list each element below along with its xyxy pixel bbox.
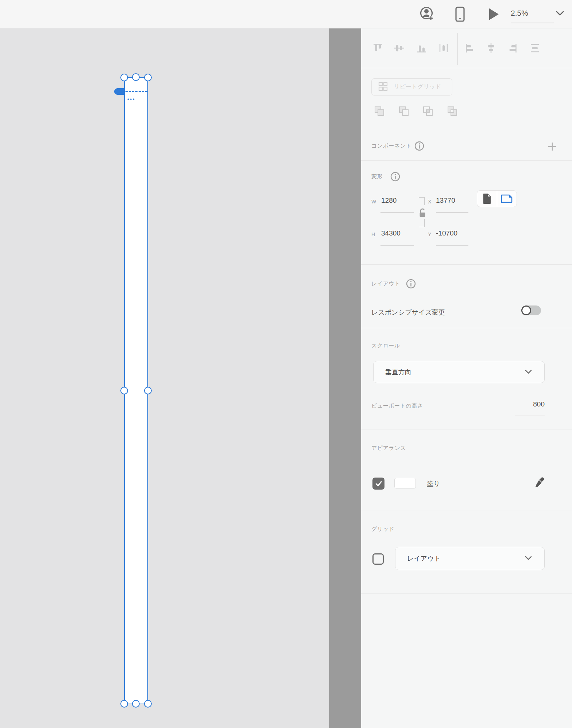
align-right-icon[interactable]: [506, 42, 519, 56]
artboard-scroll-tab[interactable]: [114, 88, 125, 95]
zoom-chevron-down-icon[interactable]: [556, 11, 564, 17]
eyedropper-icon[interactable]: [533, 476, 546, 490]
add-user-icon[interactable]: [419, 5, 435, 24]
section-transform: 変形 W X H Y: [361, 161, 572, 265]
landscape-page-icon: [501, 194, 513, 203]
viewport-height-input[interactable]: [515, 400, 545, 408]
toggle-knob: [521, 305, 531, 315]
orientation-segmented-control: [477, 190, 517, 207]
height-field-label: H: [371, 231, 375, 237]
component-section-label: コンポーネント: [371, 143, 412, 149]
grid-type-value: レイアウト: [407, 554, 441, 563]
checkmark-icon: [374, 479, 383, 488]
responsive-resize-toggle[interactable]: [522, 305, 541, 315]
device-preview-icon[interactable]: [455, 7, 465, 23]
top-toolbar: 2.5%: [0, 0, 572, 28]
y-input-underline: [436, 245, 468, 246]
fill-label: 塗り: [427, 479, 440, 488]
align-center-horizontal-icon[interactable]: [484, 42, 498, 56]
section-scroll: スクロール 垂直方向 ビューポートの高さ: [361, 328, 572, 429]
chevron-down-icon: [525, 555, 532, 562]
aspect-lock-bracket-bottom: [419, 219, 425, 227]
repeat-grid-button[interactable]: リピートグリッド: [371, 78, 452, 96]
selection-handle-bottom-left[interactable]: [120, 700, 128, 708]
section-grid: グリッド レイアウト: [361, 510, 572, 594]
panel-empty-area: [361, 594, 572, 728]
selection-handle-middle-left[interactable]: [120, 387, 128, 394]
aspect-ratio-unlock-icon[interactable]: [418, 207, 427, 220]
xd-window: 2.5% •••: [0, 0, 572, 728]
align-bottom-icon[interactable]: [415, 42, 428, 56]
scroll-direction-dropdown[interactable]: 垂直方向: [373, 361, 545, 383]
grid-enabled-checkbox[interactable]: [372, 553, 384, 565]
selection-handle-middle-right[interactable]: [144, 387, 152, 394]
appearance-section-label: アピアランス: [371, 445, 406, 452]
x-position-input[interactable]: [436, 196, 468, 205]
section-layout: レイアウト レスポンシブサイズ変更: [361, 265, 572, 328]
scroll-direction-value: 垂直方向: [385, 368, 411, 377]
width-field-label: W: [371, 199, 376, 205]
grid-type-dropdown[interactable]: レイアウト: [395, 547, 545, 570]
height-input[interactable]: [381, 229, 412, 237]
viewport-height-label: ビューポートの高さ: [371, 402, 423, 409]
width-input[interactable]: [381, 196, 412, 205]
orientation-portrait-button[interactable]: [477, 191, 497, 207]
scroll-section-label: スクロール: [371, 342, 400, 349]
boolean-add-icon[interactable]: [373, 105, 386, 119]
y-field-label: Y: [428, 231, 431, 237]
distribute-vertical-icon[interactable]: [528, 42, 541, 56]
boolean-subtract-icon[interactable]: [398, 105, 410, 119]
zoom-level-value[interactable]: 2.5%: [511, 9, 528, 17]
selection-handle-bottom-right[interactable]: [144, 700, 152, 708]
boolean-exclude-overlap-icon[interactable]: [446, 105, 459, 119]
x-field-label: X: [428, 199, 431, 205]
selection-handle-top-right[interactable]: [144, 74, 152, 81]
section-repeat-grid: リピートグリッド: [361, 68, 572, 132]
repeat-grid-icon: [378, 81, 388, 93]
add-component-icon[interactable]: [547, 141, 558, 153]
width-input-underline: [380, 212, 414, 213]
selection-handle-bottom-middle[interactable]: [132, 700, 140, 708]
play-icon[interactable]: [488, 8, 500, 22]
canvas[interactable]: •••: [0, 28, 329, 728]
selection-handle-top-left[interactable]: [120, 74, 128, 81]
align-middle-vertical-icon[interactable]: [393, 42, 406, 56]
artboard-title-ellipsis[interactable]: •••: [127, 96, 136, 102]
component-info-icon[interactable]: [414, 141, 424, 152]
repeat-grid-label: リピートグリッド: [394, 83, 441, 91]
x-input-underline: [436, 212, 468, 213]
chevron-down-icon: [525, 369, 532, 375]
zoom-level-underline: [511, 23, 554, 23]
align-left-icon[interactable]: [464, 42, 477, 56]
distribute-horizontal-icon[interactable]: [437, 42, 450, 56]
section-component: コンポーネント: [361, 132, 572, 161]
fill-color-swatch[interactable]: [394, 478, 416, 488]
responsive-resize-label: レスポンシブサイズ変更: [371, 308, 445, 317]
height-input-underline: [380, 245, 414, 246]
portrait-page-icon: [483, 193, 491, 204]
transform-section-label: 変形: [371, 173, 383, 180]
property-panel: リピートグリッド コンポーネント: [361, 28, 572, 728]
selection-handle-top-middle[interactable]: [132, 73, 140, 81]
aspect-lock-bracket-top: [419, 197, 425, 205]
viewport-height-dashed-line: [125, 91, 147, 92]
transform-info-icon[interactable]: [390, 172, 400, 183]
section-alignment: [361, 28, 572, 68]
fill-enabled-checkbox[interactable]: [372, 478, 384, 490]
alignment-group-divider: [457, 33, 458, 65]
orientation-landscape-button[interactable]: [497, 191, 517, 207]
y-position-input[interactable]: [436, 229, 468, 237]
layout-info-icon[interactable]: [406, 279, 416, 290]
section-appearance: アピアランス 塗り: [361, 429, 572, 510]
canvas-panel-gutter: [329, 28, 361, 728]
viewport-height-underline: [515, 416, 545, 416]
boolean-intersect-icon[interactable]: [422, 105, 434, 119]
grid-section-label: グリッド: [371, 526, 394, 533]
align-top-icon[interactable]: [371, 42, 384, 56]
layout-section-label: レイアウト: [371, 280, 400, 287]
